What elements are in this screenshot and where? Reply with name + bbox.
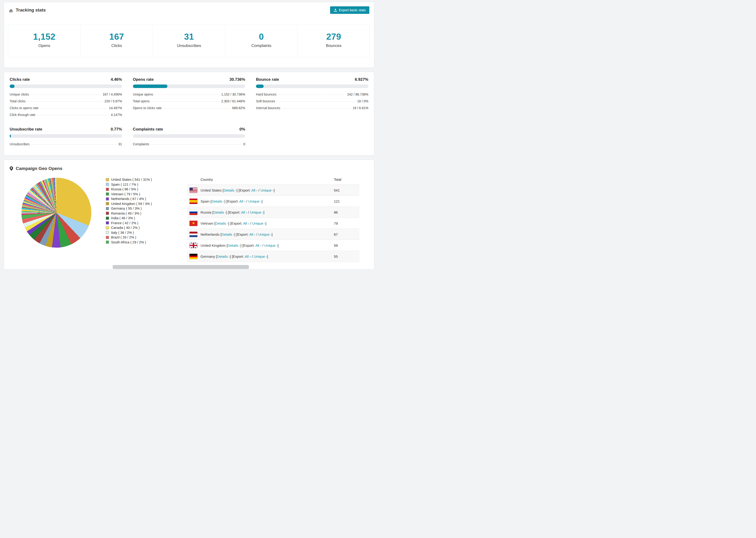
legend-color-swatch [106, 197, 109, 200]
progress-bar [10, 84, 122, 88]
rate-metric-list: Unsubscribes 31 [10, 140, 122, 147]
country-cell: United Kingdom [Details ›] [Export: All … [200, 243, 334, 247]
rate-title: Unsubscribe rate [10, 127, 42, 132]
export-unique-link[interactable]: Unique › [264, 243, 278, 247]
legend-label: Russia ( 86 / 5% ) [111, 187, 138, 191]
rate-metric-list: Complaints 0 [133, 140, 245, 147]
rate-section: Unsubscribe rate 0.77% Unsubscribes 31 [10, 127, 122, 147]
legend-item: South Africa ( 29 / 2% ) [106, 240, 179, 245]
metric-value: 18 / 0% [357, 99, 368, 103]
table-row: Germany [Details ›] [Export: All › / Uni… [187, 251, 359, 262]
export-all-link[interactable]: All › [244, 254, 251, 258]
country-flag-icon [189, 221, 197, 226]
export-label: ] [Export: [241, 243, 255, 247]
metric-row: Complaints 0 [133, 140, 245, 147]
horizontal-scrollbar[interactable] [113, 265, 249, 269]
metric-row: Unsubscribes 31 [10, 140, 122, 147]
separator: / [249, 221, 252, 225]
country-flag-icon [189, 198, 197, 204]
details-link[interactable]: Details › [215, 221, 228, 225]
details-link[interactable]: Details › [221, 232, 234, 237]
stat-label: Clicks [81, 43, 153, 48]
progress-bar-fill [133, 84, 167, 88]
metric-value: 0 [243, 142, 245, 146]
separator: / [247, 210, 250, 214]
rate-title: Bounce rate [256, 77, 279, 82]
export-unique-link[interactable]: Unique › [254, 254, 267, 258]
legend-item: Netherlands ( 67 / 4% ) [106, 196, 179, 201]
legend-label: United Kingdom ( 59 / 3% ) [111, 202, 152, 206]
metric-label: Soft bounces [256, 99, 275, 103]
legend-label: United States ( 541 / 31% ) [111, 178, 152, 182]
rate-header: Bounce rate 6.927% [256, 77, 368, 82]
stat-box: 279 Bounces [298, 25, 370, 57]
rates-grid: Clicks rate 4.46% Unique clicks 167 / 4.… [10, 77, 368, 147]
rate-header: Complaints rate 0% [133, 127, 245, 132]
metric-value: 14.497% [109, 106, 122, 110]
country-cell: Spain [Details ›] [Export: All › / Uniqu… [200, 199, 334, 203]
legend-label: France ( 42 / 2% ) [111, 221, 138, 225]
metric-value: 2,303 / 61.446% [221, 99, 245, 103]
export-unique-link[interactable]: Unique › [250, 210, 263, 214]
rate-title: Complaints rate [133, 127, 163, 132]
rate-section: Bounce rate 6.927% Hard bounces 242 / 86… [256, 77, 368, 118]
stat-box: 31 Unsubscribes [153, 25, 225, 57]
export-all-link[interactable]: All › [241, 210, 247, 214]
rate-header: Opens rate 30.736% [133, 77, 245, 82]
table-row: United States [Details ›] [Export: All ›… [187, 185, 359, 196]
dotted-leader [27, 101, 103, 102]
export-all-link[interactable]: All › [249, 232, 255, 237]
rate-metric-list: Unique clicks 167 / 4.456% Total clicks … [10, 91, 122, 118]
total-column-header: Total [334, 178, 359, 182]
export-label: ] [Export: [230, 254, 244, 258]
legend-label: Brazil ( 33 / 2% ) [111, 236, 136, 239]
bracket: ] [267, 254, 268, 258]
legend-color-swatch [106, 221, 109, 224]
bracket: ] [278, 243, 279, 247]
details-link[interactable]: Details › [212, 199, 225, 203]
geo-opens-card: Campaign Geo Opens United States ( 541 /… [4, 160, 374, 269]
metric-label: Complaints [133, 142, 149, 146]
metric-label: Internal bounces [256, 106, 280, 110]
country-cell: United States [Details ›] [Export: All ›… [200, 188, 334, 192]
export-all-link[interactable]: All › [239, 199, 245, 203]
stat-label: Complaints [225, 43, 297, 48]
details-link[interactable]: Details › [213, 210, 226, 214]
country-total: 67 [334, 232, 359, 237]
export-all-link[interactable]: All › [255, 243, 261, 247]
country-name: Germany [200, 254, 216, 258]
legend-color-swatch [106, 226, 109, 229]
table-row: Netherlands [Details ›] [Export: All › /… [187, 229, 359, 240]
metric-label: Unique clicks [10, 92, 29, 96]
legend-color-swatch [106, 202, 109, 205]
rate-percentage: 6.927% [355, 77, 368, 82]
metric-label: Unique opens [133, 92, 153, 96]
country-name: Vietnam [200, 221, 214, 225]
stat-value: 167 [81, 32, 153, 42]
export-all-link[interactable]: All › [243, 221, 249, 225]
country-name: United Kingdom [200, 243, 227, 247]
export-unique-link[interactable]: Unique › [248, 199, 261, 203]
export-icon [334, 9, 337, 12]
separator: / [261, 243, 264, 247]
progress-bar [133, 84, 245, 88]
metric-value: 689.82% [232, 106, 245, 110]
country-cell: Netherlands [Details ›] [Export: All › /… [200, 232, 334, 237]
details-link[interactable]: Details › [224, 188, 237, 192]
details-link[interactable]: Details › [217, 254, 230, 258]
geo-table-rows: United States [Details ›] [Export: All ›… [187, 185, 359, 262]
country-total: 121 [334, 199, 359, 203]
legend-color-swatch [106, 207, 109, 210]
export-label: ] [Export: [225, 199, 239, 203]
separator: / [245, 199, 248, 203]
export-unique-link[interactable]: Unique › [252, 221, 266, 225]
legend-color-swatch [106, 178, 109, 181]
export-basic-stats-button[interactable]: Export basic stats [330, 6, 369, 14]
export-all-link[interactable]: All › [251, 188, 257, 192]
details-link[interactable]: Details › [228, 243, 241, 247]
export-unique-link[interactable]: Unique › [258, 232, 272, 237]
legend-color-swatch [106, 183, 109, 186]
export-unique-link[interactable]: Unique › [260, 188, 274, 192]
legend-item: Romania ( 49 / 3% ) [106, 211, 179, 216]
progress-bar [10, 134, 122, 138]
